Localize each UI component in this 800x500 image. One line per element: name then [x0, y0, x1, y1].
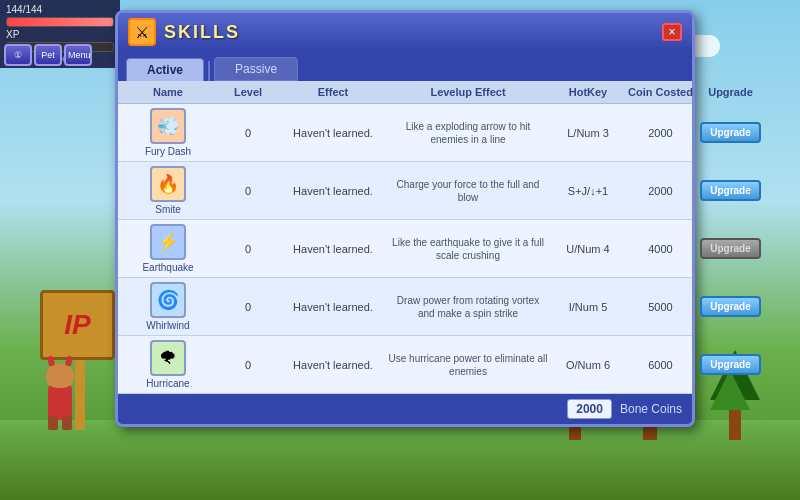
skill-level-3: 0: [218, 301, 278, 313]
skill-icon-2: ⚡: [150, 224, 186, 260]
skill-levelup-4: Use hurricane power to eliminate all ene…: [388, 352, 548, 378]
col-coin: Coin Costed: [628, 86, 693, 98]
skills-icon: ⚔: [128, 18, 156, 46]
btn-menu[interactable]: Menu: [64, 44, 92, 66]
table-row: ⚡ Earthquake 0 Haven't learned. Like the…: [118, 220, 692, 278]
hp-value: 144/144: [6, 4, 42, 15]
character: [35, 350, 85, 420]
skill-rows-container: 💨 Fury Dash 0 Haven't learned. Like a ex…: [118, 104, 692, 394]
xp-label: XP: [6, 29, 19, 40]
signpost-text: IP: [64, 309, 90, 341]
hp-bar: [6, 17, 114, 27]
skill-name-cell-4: 🌪 Hurricane: [118, 340, 218, 389]
skill-effect-0: Haven't learned.: [278, 127, 388, 139]
table-row: 🔥 Smite 0 Haven't learned. Charge your f…: [118, 162, 692, 220]
tab-bar: Active Passive: [118, 51, 692, 81]
table-row: 🌀 Whirlwind 0 Haven't learned. Draw powe…: [118, 278, 692, 336]
skill-cost-4: 6000: [628, 359, 693, 371]
table-row: 💨 Fury Dash 0 Haven't learned. Like a ex…: [118, 104, 692, 162]
tab-divider: [208, 61, 210, 81]
skill-hotkey-2: U/Num 4: [548, 243, 628, 255]
skill-cost-1: 2000: [628, 185, 693, 197]
skills-table: Name Level Effect Levelup Effect HotKey …: [118, 81, 692, 394]
table-header: Name Level Effect Levelup Effect HotKey …: [118, 81, 692, 104]
coin-amount: 2000: [567, 399, 612, 419]
skill-level-1: 0: [218, 185, 278, 197]
skill-upgrade-cell-1: Upgrade: [693, 180, 768, 201]
hp-bar-fill: [7, 18, 113, 26]
skill-icon-1: 🔥: [150, 166, 186, 202]
skill-name-cell-2: ⚡ Earthquake: [118, 224, 218, 273]
skill-effect-1: Haven't learned.: [278, 185, 388, 197]
bone-coins-label: Bone Coins: [620, 402, 682, 416]
skill-upgrade-cell-3: Upgrade: [693, 296, 768, 317]
btn-pet[interactable]: Pet: [34, 44, 62, 66]
skill-cost-3: 5000: [628, 301, 693, 313]
skill-cost-2: 4000: [628, 243, 693, 255]
col-level: Level: [218, 86, 278, 98]
skill-effect-3: Haven't learned.: [278, 301, 388, 313]
hp-label: 144/144: [6, 4, 114, 15]
skill-effect-2: Haven't learned.: [278, 243, 388, 255]
status-bar: 2000 Bone Coins: [118, 394, 692, 424]
skill-levelup-1: Charge your force to the full and blow: [388, 178, 548, 204]
skills-titlebar: ⚔ SKILLS ×: [118, 13, 692, 51]
close-button[interactable]: ×: [662, 23, 682, 41]
skill-level-4: 0: [218, 359, 278, 371]
skill-hotkey-3: I/Num 5: [548, 301, 628, 313]
skill-name-cell-1: 🔥 Smite: [118, 166, 218, 215]
col-upgrade: Upgrade: [693, 86, 768, 98]
skills-title-left: ⚔ SKILLS: [128, 18, 240, 46]
col-levelup: Levelup Effect: [388, 86, 548, 98]
tab-passive[interactable]: Passive: [214, 57, 298, 81]
skill-upgrade-cell-4: Upgrade: [693, 354, 768, 375]
upgrade-button-4[interactable]: Upgrade: [700, 354, 761, 375]
skill-upgrade-cell-2: Upgrade: [693, 238, 768, 259]
upgrade-button-1[interactable]: Upgrade: [700, 180, 761, 201]
skill-level-0: 0: [218, 127, 278, 139]
skill-effect-4: Haven't learned.: [278, 359, 388, 371]
skill-hotkey-1: S+J/↓+1: [548, 185, 628, 197]
xp-label-text: XP: [6, 29, 114, 40]
skill-levelup-0: Like a exploding arrow to hit enemies in…: [388, 120, 548, 146]
skills-window: ⚔ SKILLS × Active Passive Name Level Eff…: [115, 10, 695, 427]
skills-icon-symbol: ⚔: [135, 23, 149, 42]
skill-cost-0: 2000: [628, 127, 693, 139]
skill-name-cell-0: 💨 Fury Dash: [118, 108, 218, 157]
skill-name-0: Fury Dash: [145, 146, 191, 157]
skill-name-2: Earthquake: [142, 262, 193, 273]
skill-levelup-2: Like the earthquake to give it a full sc…: [388, 236, 548, 262]
skill-name-cell-3: 🌀 Whirlwind: [118, 282, 218, 331]
skill-name-4: Hurricane: [146, 378, 189, 389]
ground: [0, 420, 800, 500]
skill-icon-0: 💨: [150, 108, 186, 144]
skill-level-2: 0: [218, 243, 278, 255]
skill-icon-3: 🌀: [150, 282, 186, 318]
col-hotkey: HotKey: [548, 86, 628, 98]
col-effect: Effect: [278, 86, 388, 98]
tab-active[interactable]: Active: [126, 58, 204, 81]
skill-icon-4: 🌪: [150, 340, 186, 376]
skill-name-1: Smite: [155, 204, 181, 215]
skill-levelup-3: Draw power from rotating vortex and make…: [388, 294, 548, 320]
upgrade-button-3[interactable]: Upgrade: [700, 296, 761, 317]
table-row: 🌪 Hurricane 0 Haven't learned. Use hurri…: [118, 336, 692, 394]
skill-hotkey-0: L/Num 3: [548, 127, 628, 139]
upgrade-button-0[interactable]: Upgrade: [700, 122, 761, 143]
skills-title-text: SKILLS: [164, 22, 240, 43]
skill-hotkey-4: O/Num 6: [548, 359, 628, 371]
action-buttons: ① Pet Menu: [0, 40, 100, 70]
btn-1[interactable]: ①: [4, 44, 32, 66]
upgrade-button-2[interactable]: Upgrade: [700, 238, 761, 259]
col-name: Name: [118, 86, 218, 98]
skill-upgrade-cell-0: Upgrade: [693, 122, 768, 143]
skill-name-3: Whirlwind: [146, 320, 189, 331]
